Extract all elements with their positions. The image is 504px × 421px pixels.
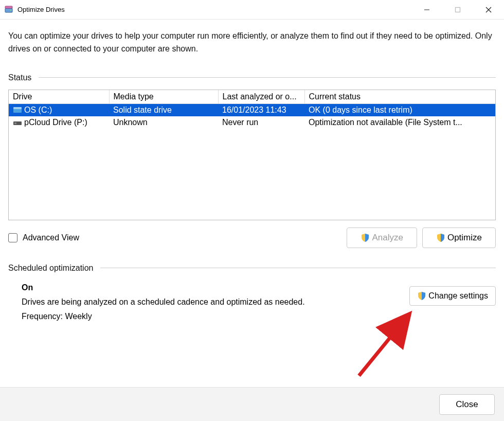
advanced-view-label: Advanced View bbox=[23, 233, 79, 242]
optimize-label: Optimize bbox=[447, 233, 482, 243]
divider bbox=[100, 268, 496, 268]
close-button[interactable]: Close bbox=[439, 394, 495, 415]
scheduled-section-header: Scheduled optimization bbox=[8, 264, 496, 273]
close-label: Close bbox=[456, 399, 478, 410]
maximize-icon bbox=[455, 7, 461, 13]
shield-icon bbox=[417, 291, 426, 301]
current-status: OK (0 days since last retrim) bbox=[304, 103, 495, 116]
media-type: Solid state drive bbox=[109, 103, 218, 116]
shield-icon bbox=[436, 233, 445, 242]
analyze-button[interactable]: Analyze bbox=[347, 227, 417, 248]
last-analyzed: Never run bbox=[218, 116, 304, 129]
close-icon bbox=[485, 6, 492, 13]
status-section-header: Status bbox=[8, 73, 496, 82]
change-settings-button[interactable]: Change settings bbox=[409, 286, 496, 306]
scheduled-label: Scheduled optimization bbox=[8, 264, 93, 273]
col-last[interactable]: Last analyzed or o... bbox=[218, 90, 304, 104]
svg-rect-7 bbox=[13, 109, 22, 113]
schedule-desc: Drives are being analyzed on a scheduled… bbox=[22, 297, 409, 307]
schedule-frequency: Frequency: Weekly bbox=[22, 312, 409, 321]
last-analyzed: 16/01/2023 11:43 bbox=[218, 103, 304, 116]
drive-name: OS (C:) bbox=[24, 106, 52, 115]
window-controls bbox=[411, 0, 504, 19]
intro-text: You can optimize your drives to help you… bbox=[8, 30, 496, 56]
window-title: Optimize Drives bbox=[17, 6, 411, 13]
svg-rect-1 bbox=[5, 6, 12, 8]
schedule-state: On bbox=[22, 283, 409, 292]
col-status[interactable]: Current status bbox=[304, 90, 495, 104]
titlebar: Optimize Drives bbox=[0, 0, 504, 20]
drive-icon bbox=[13, 119, 22, 126]
table-header-row: Drive Media type Last analyzed or o... C… bbox=[9, 90, 495, 104]
schedule-info: On Drives are being analyzed on a schedu… bbox=[8, 283, 409, 321]
divider bbox=[39, 77, 496, 78]
svg-rect-4 bbox=[456, 7, 460, 12]
col-drive[interactable]: Drive bbox=[9, 90, 109, 104]
maximize-button[interactable] bbox=[442, 0, 473, 19]
svg-line-11 bbox=[359, 319, 405, 376]
drive-icon bbox=[13, 107, 22, 114]
close-window-button[interactable] bbox=[473, 0, 504, 19]
advanced-view-checkbox[interactable] bbox=[8, 233, 17, 242]
app-icon bbox=[4, 5, 13, 14]
svg-rect-8 bbox=[13, 107, 22, 109]
svg-point-2 bbox=[10, 10, 11, 11]
change-settings-label: Change settings bbox=[428, 291, 488, 301]
table-row[interactable]: pCloud Drive (P:) Unknown Never run Opti… bbox=[9, 116, 495, 129]
drive-name: pCloud Drive (P:) bbox=[24, 118, 87, 127]
shield-icon bbox=[361, 233, 370, 242]
col-media[interactable]: Media type bbox=[109, 90, 218, 104]
footer: Close bbox=[0, 387, 504, 421]
analyze-label: Analyze bbox=[372, 233, 403, 243]
minimize-button[interactable] bbox=[411, 0, 442, 19]
minimize-icon bbox=[423, 6, 430, 13]
optimize-button[interactable]: Optimize bbox=[422, 227, 496, 248]
media-type: Unknown bbox=[109, 116, 218, 129]
svg-rect-10 bbox=[14, 122, 16, 124]
table-row[interactable]: OS (C:) Solid state drive 16/01/2023 11:… bbox=[9, 103, 495, 116]
status-label: Status bbox=[8, 73, 31, 82]
current-status: Optimization not available (File System … bbox=[304, 116, 495, 129]
drives-table[interactable]: Drive Media type Last analyzed or o... C… bbox=[8, 90, 496, 220]
